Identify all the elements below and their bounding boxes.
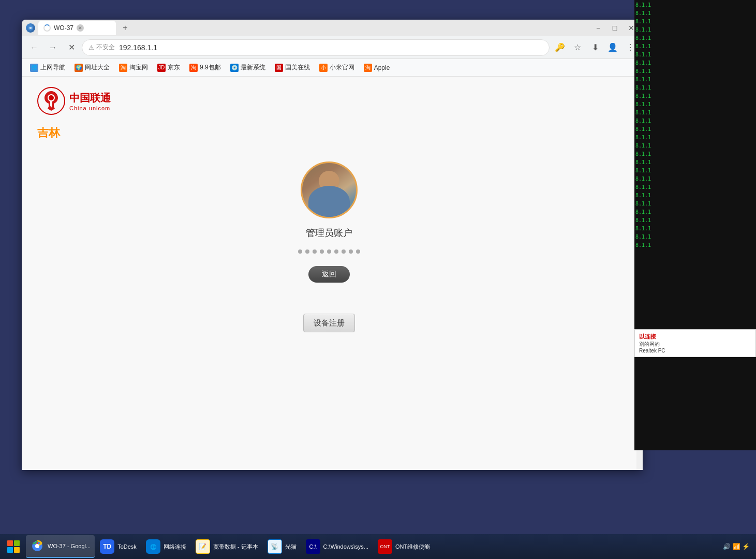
terminal-line-30: 8.1.1 bbox=[635, 241, 755, 249]
terminal-line-25: 8.1.1 bbox=[635, 200, 755, 208]
taskbar-modem-icon: 📡 bbox=[268, 539, 282, 554]
taskbar-cmd-label: C:\Windows\sys... bbox=[323, 543, 368, 550]
taskbar-cmd[interactable]: C:\ C:\Windows\sys... bbox=[302, 535, 373, 558]
bookmark-icon-jd: JD bbox=[157, 64, 166, 72]
taskbar-ont-label: ONT维修使能 bbox=[395, 543, 430, 551]
tab-close-button[interactable]: ✕ bbox=[77, 24, 84, 32]
bookmarks-bar: 🌐 上网导航 🌍 网址大全 淘 淘宝网 JD 京东 淘 9.9包邮 💿 最新系 bbox=[22, 59, 643, 77]
os-titlebar: WO-37 ✕ + − □ ✕ bbox=[22, 20, 643, 36]
unicom-page: 中国联通 China unicom 吉林 bbox=[22, 77, 636, 470]
terminal-line-29: 8.1.1 bbox=[635, 233, 755, 241]
bookmark-taobao[interactable]: 淘 淘宝网 bbox=[115, 61, 152, 75]
connection-info-panel: 以连接 别的网的 Realtek PC bbox=[634, 329, 756, 357]
terminal-line-18: 8.1.1 bbox=[635, 142, 755, 150]
browser-tab-active[interactable]: WO-37 ✕ bbox=[38, 21, 116, 35]
taskbar-ont-icon: ONT bbox=[378, 539, 392, 554]
tab-label: WO-37 bbox=[54, 24, 73, 32]
bookmark-star-button[interactable]: ☆ bbox=[569, 39, 586, 56]
taskbar-ont[interactable]: ONT ONT维修使能 bbox=[374, 535, 434, 558]
pwd-dot-4 bbox=[320, 249, 324, 254]
address-bar[interactable]: ⚠ 不安全 192.168.1.1 bbox=[82, 39, 550, 56]
bookmark-label-1: 网址大全 bbox=[85, 63, 110, 72]
back-button[interactable]: 返回 bbox=[308, 266, 350, 283]
security-warning: ⚠ 不安全 bbox=[88, 43, 115, 52]
windows-logo bbox=[7, 540, 20, 553]
bookmark-label-4: 9.9包邮 bbox=[200, 63, 221, 72]
bookmark-zuixin[interactable]: 💿 最新系统 bbox=[226, 61, 270, 75]
bookmark-99baoyou[interactable]: 淘 9.9包邮 bbox=[185, 61, 225, 75]
minimize-button[interactable]: − bbox=[591, 21, 605, 35]
browser-content: 🌐 📂 📄 bbox=[22, 77, 643, 470]
connection-info-title: 以连接 bbox=[639, 333, 751, 341]
download-button[interactable]: ⬇ bbox=[587, 39, 603, 56]
pwd-dot-9 bbox=[356, 249, 360, 254]
password-manager-button[interactable]: 🔑 bbox=[552, 39, 568, 56]
tab-spinner bbox=[43, 24, 51, 32]
maximize-button[interactable]: □ bbox=[607, 21, 622, 35]
taskbar-todesk-icon: TD bbox=[100, 539, 114, 554]
browser-favicon bbox=[26, 23, 35, 33]
terminal-line-23: 8.1.1 bbox=[635, 183, 755, 191]
bookmark-guomei[interactable]: 国 国美在线 bbox=[271, 61, 314, 75]
terminal-side-panel: 8.1.1 8.1.1 8.1.1 8.1.1 8.1.1 8.1.1 8.1.… bbox=[634, 0, 756, 450]
taskbar-todesk-label: ToDesk bbox=[117, 543, 137, 550]
win-square-4 bbox=[14, 547, 20, 553]
taskbar-modem[interactable]: 📡 光猫 bbox=[263, 535, 301, 558]
terminal-line-3: 8.1.1 bbox=[635, 18, 755, 25]
pwd-dot-5 bbox=[327, 249, 331, 254]
pwd-dot-6 bbox=[334, 249, 338, 254]
start-button[interactable] bbox=[2, 535, 25, 558]
taskbar-modem-label: 光猫 bbox=[285, 543, 297, 551]
terminal-line-15: 8.1.1 bbox=[635, 117, 755, 125]
back-nav-button[interactable]: ← bbox=[26, 39, 42, 56]
taskbar: WO-37 - Googl... TD ToDesk 🌐 网络连接 📝 宽带数据… bbox=[0, 534, 756, 559]
taskbar-chrome[interactable]: WO-37 - Googl... bbox=[26, 535, 95, 558]
bookmark-apple[interactable]: 淘 Apple bbox=[360, 61, 394, 75]
terminal-line-20: 8.1.1 bbox=[635, 158, 755, 166]
terminal-line-8: 8.1.1 bbox=[635, 59, 755, 67]
win-square-1 bbox=[7, 540, 13, 546]
terminal-line-13: 8.1.1 bbox=[635, 100, 755, 108]
taskbar-todesk[interactable]: TD ToDesk bbox=[96, 535, 141, 558]
bookmark-label-0: 上网导航 bbox=[40, 63, 65, 72]
system-tray: 🔊 📶 ⚡ bbox=[719, 543, 754, 550]
bookmark-label-2: 淘宝网 bbox=[129, 63, 148, 72]
bookmark-wangzhi[interactable]: 🌍 网址大全 bbox=[70, 61, 114, 75]
terminal-line-2: 8.1.1 bbox=[635, 9, 755, 17]
taskbar-notepad[interactable]: 📝 宽带数据 - 记事本 bbox=[191, 535, 262, 558]
bookmark-icon-shangwang: 🌐 bbox=[30, 64, 38, 72]
win-square-3 bbox=[7, 547, 13, 553]
terminal-line-4: 8.1.1 bbox=[635, 26, 755, 34]
terminal-line-11: 8.1.1 bbox=[635, 84, 755, 92]
taskbar-chrome-icon bbox=[30, 539, 45, 553]
bookmark-icon-apple: 淘 bbox=[364, 64, 372, 72]
new-tab-button[interactable]: + bbox=[119, 22, 131, 34]
reload-nav-button[interactable]: ✕ bbox=[63, 39, 80, 56]
bookmark-xiaomi[interactable]: 小 小米官网 bbox=[315, 61, 359, 75]
tray-icons: 🔊 📶 ⚡ bbox=[723, 543, 750, 550]
profile-button[interactable]: 👤 bbox=[604, 39, 621, 56]
avatar-image bbox=[302, 163, 356, 217]
terminal-line-19: 8.1.1 bbox=[635, 150, 755, 158]
warning-icon: ⚠ bbox=[88, 44, 94, 51]
password-field bbox=[298, 249, 360, 254]
bookmark-icon-taobao: 淘 bbox=[119, 64, 127, 72]
terminal-line-21: 8.1.1 bbox=[635, 167, 755, 174]
taskbar-network[interactable]: 🌐 网络连接 bbox=[142, 535, 190, 558]
terminal-line-9: 8.1.1 bbox=[635, 67, 755, 75]
taskbar-notepad-icon: 📝 bbox=[196, 539, 210, 554]
forward-nav-button[interactable]: → bbox=[45, 39, 61, 56]
pwd-dot-2 bbox=[305, 249, 309, 254]
pwd-dot-1 bbox=[298, 249, 302, 254]
bookmark-jd[interactable]: JD 京东 bbox=[153, 61, 184, 75]
terminal-lines: 8.1.1 8.1.1 8.1.1 8.1.1 8.1.1 8.1.1 8.1.… bbox=[635, 1, 755, 249]
terminal-line-28: 8.1.1 bbox=[635, 225, 755, 232]
register-button[interactable]: 设备注册 bbox=[303, 314, 355, 332]
security-text: 不安全 bbox=[96, 43, 115, 52]
taskbar-network-icon: 🌐 bbox=[146, 539, 160, 554]
login-section: 管理员账户 bbox=[37, 161, 621, 332]
bookmark-label-5: 最新系统 bbox=[241, 63, 265, 72]
bookmark-shangwang[interactable]: 🌐 上网导航 bbox=[26, 61, 69, 75]
pwd-dot-7 bbox=[342, 249, 346, 254]
browser-nav-bar: ← → ✕ ⚠ 不安全 192.168.1.1 🔑 ☆ ⬇ 👤 ⋮ bbox=[22, 36, 643, 59]
